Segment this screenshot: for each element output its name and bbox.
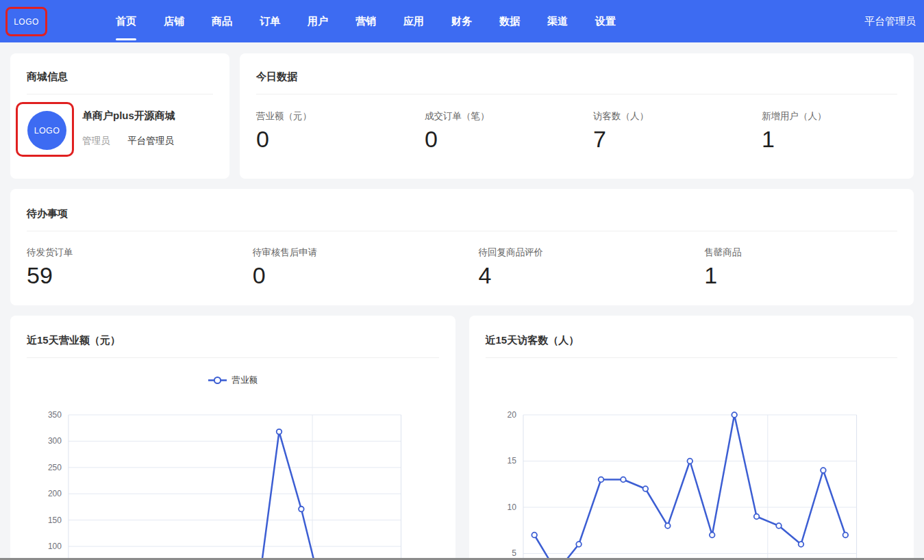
nav-item-marketing[interactable]: 营销: [355, 15, 376, 28]
nav-item-orders[interactable]: 订单: [260, 15, 280, 28]
today-data-title: 今日数据: [240, 53, 914, 81]
svg-text:5: 5: [512, 548, 516, 558]
nav-item-goods[interactable]: 商品: [212, 15, 232, 28]
dashboard-page: 商城信息 LOGO 单商户plus开源商城 管理员 平台管理员 今日数据 营业额…: [0, 42, 924, 560]
user-role-button[interactable]: 平台管理员: [864, 15, 916, 28]
todo-pending-shipments: 待发货订单 59: [10, 246, 236, 288]
svg-text:200: 200: [48, 489, 62, 498]
stat-visitors: 访客数（人） 7: [577, 110, 745, 152]
svg-text:20: 20: [507, 410, 516, 420]
todo-title: 待办事项: [10, 189, 914, 218]
nav-item-users[interactable]: 用户: [308, 15, 328, 28]
stat-label: 待审核售后申请: [253, 246, 462, 259]
nav-item-settings[interactable]: 设置: [595, 15, 616, 28]
nav-item-channels[interactable]: 渠道: [547, 15, 568, 28]
stat-label: 访客数（人）: [593, 110, 745, 123]
logo-annotation-box: LOGO: [5, 7, 47, 36]
shop-name: 单商户plus开源商城: [82, 110, 175, 123]
nav-item-apps[interactable]: 应用: [403, 15, 424, 28]
svg-text:300: 300: [48, 436, 62, 446]
logo[interactable]: LOGO: [14, 17, 39, 27]
divider: [256, 94, 897, 94]
stat-label: 成交订单（笔）: [425, 110, 577, 123]
stat-value: 0: [253, 262, 462, 288]
stat-value: 4: [479, 262, 688, 288]
svg-text:10: 10: [507, 502, 516, 512]
stat-revenue: 营业额（元） 0: [240, 110, 408, 152]
shop-info-card: 商城信息 LOGO 单商户plus开源商城 管理员 平台管理员: [10, 53, 229, 179]
today-data-card: 今日数据 营业额（元） 0 成交订单（笔） 0 访客数（人） 7 新增用户（人）…: [240, 53, 914, 179]
divider: [27, 94, 213, 94]
stat-value: 59: [27, 262, 236, 288]
todo-soldout-goods: 售罄商品 1: [688, 246, 914, 288]
svg-text:15: 15: [507, 456, 516, 466]
todo-aftersale-review: 待审核售后申请 0: [236, 246, 462, 288]
todo-card: 待办事项 待发货订单 59 待审核售后申请 0 待回复商品评价 4 售罄商品 1: [10, 189, 914, 305]
stat-orders: 成交订单（笔） 0: [408, 110, 577, 152]
stat-label: 新增用户（人）: [762, 110, 914, 123]
nav-item-data[interactable]: 数据: [499, 15, 520, 28]
stat-value: 7: [593, 126, 745, 152]
stat-value: 0: [425, 126, 577, 152]
visitors-line-chart: 05101520: [469, 316, 914, 560]
divider: [27, 231, 897, 231]
svg-text:150: 150: [48, 516, 62, 525]
shop-logo-avatar[interactable]: LOGO: [27, 111, 66, 150]
nav-item-finance[interactable]: 财务: [451, 15, 472, 28]
todo-review-replies: 待回复商品评价 4: [462, 246, 688, 288]
nav-item-shop[interactable]: 店铺: [164, 15, 184, 28]
nav-item-home[interactable]: 首页: [116, 15, 136, 28]
admin-value: 平台管理员: [127, 136, 174, 146]
stat-value: 1: [704, 262, 914, 288]
shop-info-title: 商城信息: [10, 53, 229, 81]
stat-label: 营业额（元）: [256, 110, 408, 123]
svg-text:250: 250: [48, 463, 62, 472]
main-menu: 首页 店铺 商品 订单 用户 营销 应用 财务 数据 渠道 设置: [116, 15, 616, 28]
svg-text:100: 100: [48, 542, 62, 551]
stat-label: 待发货订单: [27, 246, 236, 259]
visitors-chart-card: 近15天访客数（人） 05101520: [469, 316, 914, 560]
revenue-line-chart: 050100150200250300350: [10, 316, 455, 560]
shop-admin-row: 管理员 平台管理员: [82, 135, 174, 147]
stat-value: 0: [256, 126, 408, 152]
top-navbar: LOGO 首页 店铺 商品 订单 用户 营销 应用 财务 数据 渠道 设置 平台…: [0, 0, 924, 42]
admin-label: 管理员: [82, 136, 110, 146]
svg-text:350: 350: [48, 410, 62, 420]
stat-value: 1: [762, 126, 914, 152]
stat-label: 售罄商品: [704, 246, 914, 259]
stat-label: 待回复商品评价: [479, 246, 688, 259]
revenue-chart-card: 近15天营业额（元） 营业额 050100150200250300350: [10, 316, 455, 560]
stat-new-users: 新增用户（人） 1: [745, 110, 914, 152]
